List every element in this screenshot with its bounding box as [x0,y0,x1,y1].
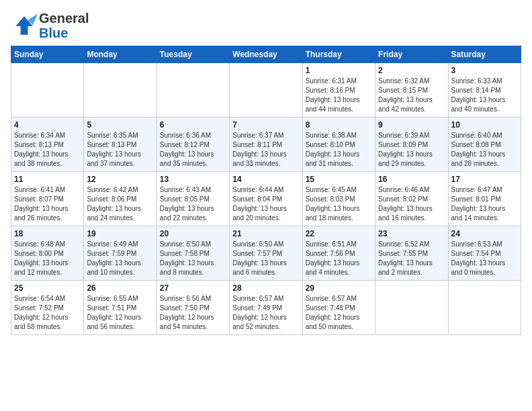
day-number: 11 [14,175,81,184]
day-number: 19 [87,229,153,238]
day-number: 17 [451,175,518,184]
day-info: Sunrise: 6:52 AM Sunset: 7:55 PM Dayligh… [378,240,445,277]
calendar-cell [375,281,448,335]
day-info: Sunrise: 6:42 AM Sunset: 8:06 PM Dayligh… [87,185,153,223]
day-number: 6 [160,120,226,130]
day-number: 15 [306,175,372,184]
day-number: 9 [378,120,445,130]
calendar-cell: 1Sunrise: 6:31 AM Sunset: 8:16 PM Daylig… [302,63,375,118]
day-number: 8 [306,120,372,130]
logo-text: General Blue [39,11,89,40]
day-info: Sunrise: 6:57 AM Sunset: 7:48 PM Dayligh… [306,294,372,332]
calendar-cell: 23Sunrise: 6:52 AM Sunset: 7:55 PM Dayli… [375,226,448,281]
calendar-cell: 21Sunrise: 6:50 AM Sunset: 7:57 PM Dayli… [230,226,302,281]
calendar-cell: 13Sunrise: 6:43 AM Sunset: 8:05 PM Dayli… [157,172,229,226]
day-info: Sunrise: 6:38 AM Sunset: 8:10 PM Dayligh… [306,131,372,169]
calendar-day-header: Saturday [448,46,521,63]
calendar-cell: 8Sunrise: 6:38 AM Sunset: 8:10 PM Daylig… [302,118,375,172]
day-info: Sunrise: 6:50 AM Sunset: 7:57 PM Dayligh… [232,240,299,277]
calendar-week-row: 11Sunrise: 6:41 AM Sunset: 8:07 PM Dayli… [11,172,521,226]
calendar-cell: 15Sunrise: 6:45 AM Sunset: 8:03 PM Dayli… [302,172,375,226]
day-number: 20 [160,229,226,238]
day-number: 13 [160,175,226,184]
calendar-cell [230,63,302,118]
day-number: 27 [160,283,226,293]
calendar-cell: 6Sunrise: 6:36 AM Sunset: 8:12 PM Daylig… [157,118,229,172]
calendar-cell: 9Sunrise: 6:39 AM Sunset: 8:09 PM Daylig… [375,118,448,172]
calendar-cell: 16Sunrise: 6:46 AM Sunset: 8:02 PM Dayli… [375,172,448,226]
calendar-day-header: Wednesday [230,46,302,63]
calendar-cell: 22Sunrise: 6:51 AM Sunset: 7:56 PM Dayli… [302,226,375,281]
day-info: Sunrise: 6:32 AM Sunset: 8:15 PM Dayligh… [378,77,445,114]
day-number: 5 [87,120,153,130]
calendar-week-row: 18Sunrise: 6:48 AM Sunset: 8:00 PM Dayli… [11,226,521,281]
calendar-cell: 24Sunrise: 6:53 AM Sunset: 7:54 PM Dayli… [448,226,521,281]
calendar-day-header: Tuesday [157,46,229,63]
day-info: Sunrise: 6:54 AM Sunset: 7:52 PM Dayligh… [14,294,81,332]
calendar-cell: 7Sunrise: 6:37 AM Sunset: 8:11 PM Daylig… [230,118,302,172]
calendar-day-header: Friday [375,46,448,63]
day-number: 16 [378,175,445,184]
day-number: 18 [14,229,81,238]
day-number: 12 [87,175,153,184]
calendar-day-header: Sunday [11,46,84,63]
calendar-cell [448,281,521,335]
day-info: Sunrise: 6:41 AM Sunset: 8:07 PM Dayligh… [14,185,81,223]
day-info: Sunrise: 6:46 AM Sunset: 8:02 PM Dayligh… [378,185,445,223]
calendar-cell: 3Sunrise: 6:33 AM Sunset: 8:14 PM Daylig… [448,63,521,118]
day-info: Sunrise: 6:45 AM Sunset: 8:03 PM Dayligh… [306,185,372,223]
day-info: Sunrise: 6:37 AM Sunset: 8:11 PM Dayligh… [232,131,299,169]
day-number: 22 [306,229,372,238]
day-info: Sunrise: 6:44 AM Sunset: 8:04 PM Dayligh… [232,185,299,223]
day-number: 4 [14,120,81,130]
header: General Blue [11,11,521,40]
calendar-cell: 14Sunrise: 6:44 AM Sunset: 8:04 PM Dayli… [230,172,302,226]
day-info: Sunrise: 6:51 AM Sunset: 7:56 PM Dayligh… [306,240,372,277]
day-number: 3 [451,66,518,75]
day-number: 14 [232,175,299,184]
day-info: Sunrise: 6:48 AM Sunset: 8:00 PM Dayligh… [14,240,81,277]
day-info: Sunrise: 6:49 AM Sunset: 7:59 PM Dayligh… [87,240,153,277]
calendar-cell: 18Sunrise: 6:48 AM Sunset: 8:00 PM Dayli… [11,226,84,281]
calendar-cell: 27Sunrise: 6:56 AM Sunset: 7:50 PM Dayli… [157,281,229,335]
day-info: Sunrise: 6:57 AM Sunset: 7:49 PM Dayligh… [232,294,299,332]
calendar-cell: 17Sunrise: 6:47 AM Sunset: 8:01 PM Dayli… [448,172,521,226]
day-info: Sunrise: 6:50 AM Sunset: 7:58 PM Dayligh… [160,240,226,277]
day-number: 21 [232,229,299,238]
calendar-cell: 19Sunrise: 6:49 AM Sunset: 7:59 PM Dayli… [84,226,157,281]
logo: General Blue [11,11,89,40]
day-info: Sunrise: 6:47 AM Sunset: 8:01 PM Dayligh… [451,185,518,223]
calendar-day-header: Thursday [302,46,375,63]
calendar-cell: 2Sunrise: 6:32 AM Sunset: 8:15 PM Daylig… [375,63,448,118]
calendar-week-row: 1Sunrise: 6:31 AM Sunset: 8:16 PM Daylig… [11,63,521,118]
day-number: 7 [232,120,299,130]
day-info: Sunrise: 6:56 AM Sunset: 7:50 PM Dayligh… [160,294,226,332]
day-info: Sunrise: 6:34 AM Sunset: 8:13 PM Dayligh… [14,131,81,169]
day-number: 1 [306,66,372,75]
day-info: Sunrise: 6:33 AM Sunset: 8:14 PM Dayligh… [451,77,518,114]
calendar-cell [11,63,84,118]
day-info: Sunrise: 6:43 AM Sunset: 8:05 PM Dayligh… [160,185,226,223]
day-number: 26 [87,283,153,293]
calendar-cell: 5Sunrise: 6:35 AM Sunset: 8:13 PM Daylig… [84,118,157,172]
day-number: 25 [14,283,81,293]
day-info: Sunrise: 6:35 AM Sunset: 8:13 PM Dayligh… [87,131,153,169]
calendar-cell: 20Sunrise: 6:50 AM Sunset: 7:58 PM Dayli… [157,226,229,281]
day-info: Sunrise: 6:36 AM Sunset: 8:12 PM Dayligh… [160,131,226,169]
calendar-cell: 4Sunrise: 6:34 AM Sunset: 8:13 PM Daylig… [11,118,84,172]
calendar-week-row: 25Sunrise: 6:54 AM Sunset: 7:52 PM Dayli… [11,281,521,335]
calendar-week-row: 4Sunrise: 6:34 AM Sunset: 8:13 PM Daylig… [11,118,521,172]
day-number: 10 [451,120,518,130]
calendar-table: SundayMondayTuesdayWednesdayThursdayFrid… [11,46,521,335]
day-number: 28 [232,283,299,293]
calendar-cell: 11Sunrise: 6:41 AM Sunset: 8:07 PM Dayli… [11,172,84,226]
calendar-cell: 25Sunrise: 6:54 AM Sunset: 7:52 PM Dayli… [11,281,84,335]
day-info: Sunrise: 6:40 AM Sunset: 8:08 PM Dayligh… [451,131,518,169]
day-number: 2 [378,66,445,75]
day-number: 29 [306,283,372,293]
day-info: Sunrise: 6:53 AM Sunset: 7:54 PM Dayligh… [451,240,518,277]
calendar-cell: 10Sunrise: 6:40 AM Sunset: 8:08 PM Dayli… [448,118,521,172]
calendar-day-header: Monday [84,46,157,63]
calendar-cell: 12Sunrise: 6:42 AM Sunset: 8:06 PM Dayli… [84,172,157,226]
day-number: 24 [451,229,518,238]
